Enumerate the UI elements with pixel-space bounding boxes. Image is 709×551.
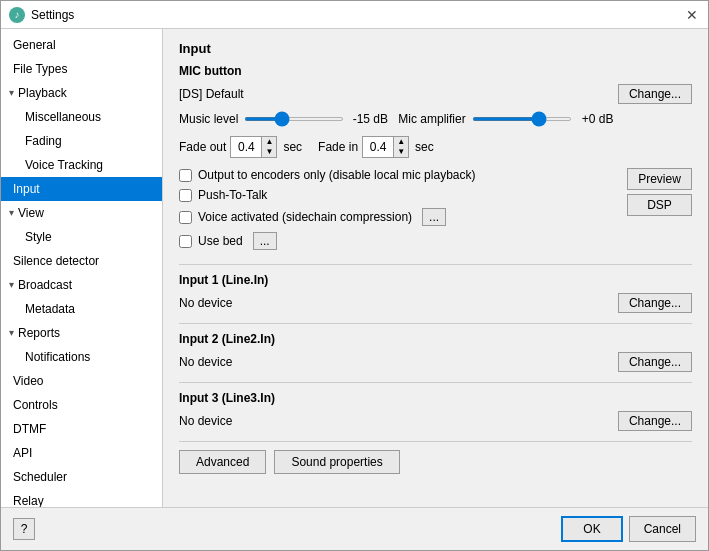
section-title: Input xyxy=(179,41,692,56)
output-encoders-label: Output to encoders only (disable local m… xyxy=(198,168,475,182)
input2-device-label: No device xyxy=(179,355,618,369)
input1-change-button[interactable]: Change... xyxy=(618,293,692,313)
sidebar-item-relay[interactable]: Relay xyxy=(1,489,162,507)
sidebar-item-file-types[interactable]: File Types xyxy=(1,57,162,81)
music-level-label: Music level xyxy=(179,112,238,126)
input3-section: Input 3 (Line3.In) No device Change... xyxy=(179,391,692,433)
sidebar-item-miscellaneous[interactable]: Miscellaneous xyxy=(1,105,162,129)
window-title: Settings xyxy=(31,8,74,22)
chevron-down-icon: ▾ xyxy=(9,276,14,294)
voice-activated-label: Voice activated (sidechain compression) xyxy=(198,210,412,224)
fade-out-label: Fade out xyxy=(179,140,226,154)
sidebar-item-video[interactable]: Video xyxy=(1,369,162,393)
checkbox-push-to-talk: Push-To-Talk xyxy=(179,188,619,202)
ok-button[interactable]: OK xyxy=(561,516,622,542)
voice-activated-options-button[interactable]: ... xyxy=(422,208,446,226)
sidebar-item-api[interactable]: API xyxy=(1,441,162,465)
mic-amp-group: Mic amplifier +0 dB xyxy=(398,112,617,126)
mic-device-label: [DS] Default xyxy=(179,87,618,101)
main-panel: Input MIC button [DS] Default Change... … xyxy=(163,29,708,507)
input3-title: Input 3 (Line3.In) xyxy=(179,391,692,405)
fade-in-label: Fade in xyxy=(318,140,358,154)
sidebar-item-dtmf[interactable]: DTMF xyxy=(1,417,162,441)
mic-amp-value: +0 dB xyxy=(578,112,618,126)
sidebar: General File Types ▾ Playback Miscellane… xyxy=(1,29,163,507)
input1-section: Input 1 (Line.In) No device Change... xyxy=(179,273,692,315)
sidebar-item-general[interactable]: General xyxy=(1,33,162,57)
input1-title: Input 1 (Line.In) xyxy=(179,273,692,287)
dsp-button[interactable]: DSP xyxy=(627,194,692,216)
fade-in-up-btn[interactable]: ▲ xyxy=(394,137,408,147)
checkbox-output-encoders: Output to encoders only (disable local m… xyxy=(179,168,619,182)
input1-device-label: No device xyxy=(179,296,618,310)
sidebar-item-notifications[interactable]: Notifications xyxy=(1,345,162,369)
mic-change-button[interactable]: Change... xyxy=(618,84,692,104)
fade-out-down-btn[interactable]: ▼ xyxy=(262,147,276,157)
divider1 xyxy=(179,264,692,265)
bottom-buttons: Advanced Sound properties xyxy=(179,450,692,474)
input1-device-row: No device Change... xyxy=(179,291,692,315)
input3-device-row: No device Change... xyxy=(179,409,692,433)
sidebar-group-broadcast[interactable]: ▾ Broadcast xyxy=(1,273,162,297)
advanced-button[interactable]: Advanced xyxy=(179,450,266,474)
output-encoders-checkbox[interactable] xyxy=(179,169,192,182)
sidebar-group-playback[interactable]: ▾ Playback xyxy=(1,81,162,105)
fade-out-input[interactable]: 0.4 xyxy=(231,138,261,156)
right-buttons: Preview DSP xyxy=(627,168,692,256)
input3-change-button[interactable]: Change... xyxy=(618,411,692,431)
use-bed-checkbox[interactable] xyxy=(179,235,192,248)
mic-device-row: [DS] Default Change... xyxy=(179,84,692,104)
fade-in-down-btn[interactable]: ▼ xyxy=(394,147,408,157)
input2-device-row: No device Change... xyxy=(179,350,692,374)
cancel-button[interactable]: Cancel xyxy=(629,516,696,542)
preview-button[interactable]: Preview xyxy=(627,168,692,190)
titlebar-left: ♪ Settings xyxy=(9,7,74,23)
fade-out-spinbox-btns: ▲ ▼ xyxy=(261,137,276,157)
use-bed-options-button[interactable]: ... xyxy=(253,232,277,250)
chevron-down-icon: ▾ xyxy=(9,204,14,222)
titlebar: ♪ Settings ✕ xyxy=(1,1,708,29)
fade-out-spinbox[interactable]: 0.4 ▲ ▼ xyxy=(230,136,277,158)
sidebar-item-label: Reports xyxy=(18,324,60,342)
sidebar-item-silence-detector[interactable]: Silence detector xyxy=(1,249,162,273)
fade-row: Fade out 0.4 ▲ ▼ sec Fade in 0.4 xyxy=(179,136,692,158)
fade-in-input[interactable]: 0.4 xyxy=(363,138,393,156)
use-bed-label: Use bed xyxy=(198,234,243,248)
push-to-talk-checkbox[interactable] xyxy=(179,189,192,202)
voice-activated-checkbox[interactable] xyxy=(179,211,192,224)
sidebar-group-reports[interactable]: ▾ Reports xyxy=(1,321,162,345)
input2-section: Input 2 (Line2.In) No device Change... xyxy=(179,332,692,374)
close-button[interactable]: ✕ xyxy=(684,7,700,23)
fade-in-unit: sec xyxy=(415,140,434,154)
push-to-talk-label: Push-To-Talk xyxy=(198,188,267,202)
footer-right: OK Cancel xyxy=(561,516,696,542)
mic-button-title: MIC button xyxy=(179,64,692,78)
sidebar-group-view[interactable]: ▾ View xyxy=(1,201,162,225)
sidebar-item-controls[interactable]: Controls xyxy=(1,393,162,417)
sound-properties-button[interactable]: Sound properties xyxy=(274,450,399,474)
music-level-value: -15 dB xyxy=(350,112,390,126)
sidebar-item-voice-tracking[interactable]: Voice Tracking xyxy=(1,153,162,177)
fade-in-spinbox[interactable]: 0.4 ▲ ▼ xyxy=(362,136,409,158)
sidebar-item-style[interactable]: Style xyxy=(1,225,162,249)
input2-title: Input 2 (Line2.In) xyxy=(179,332,692,346)
fade-in-spinbox-btns: ▲ ▼ xyxy=(393,137,408,157)
music-level-slider[interactable] xyxy=(244,117,344,121)
divider2 xyxy=(179,323,692,324)
fade-out-group: Fade out 0.4 ▲ ▼ sec xyxy=(179,136,302,158)
slider-container: Music level -15 dB Mic amplifier +0 dB xyxy=(179,112,692,126)
sidebar-item-input[interactable]: Input xyxy=(1,177,162,201)
sidebar-item-metadata[interactable]: Metadata xyxy=(1,297,162,321)
checkbox-voice-activated: Voice activated (sidechain compression) … xyxy=(179,208,619,226)
sidebar-item-label: Playback xyxy=(18,84,67,102)
mic-amp-slider[interactable] xyxy=(472,117,572,121)
fade-out-up-btn[interactable]: ▲ xyxy=(262,137,276,147)
sidebar-item-fading[interactable]: Fading xyxy=(1,129,162,153)
fade-in-group: Fade in 0.4 ▲ ▼ sec xyxy=(318,136,434,158)
help-button[interactable]: ? xyxy=(13,518,35,540)
settings-window: ♪ Settings ✕ General File Types ▾ Playba… xyxy=(0,0,709,551)
footer: ? OK Cancel xyxy=(1,507,708,550)
input2-change-button[interactable]: Change... xyxy=(618,352,692,372)
sidebar-item-scheduler[interactable]: Scheduler xyxy=(1,465,162,489)
fade-out-unit: sec xyxy=(283,140,302,154)
